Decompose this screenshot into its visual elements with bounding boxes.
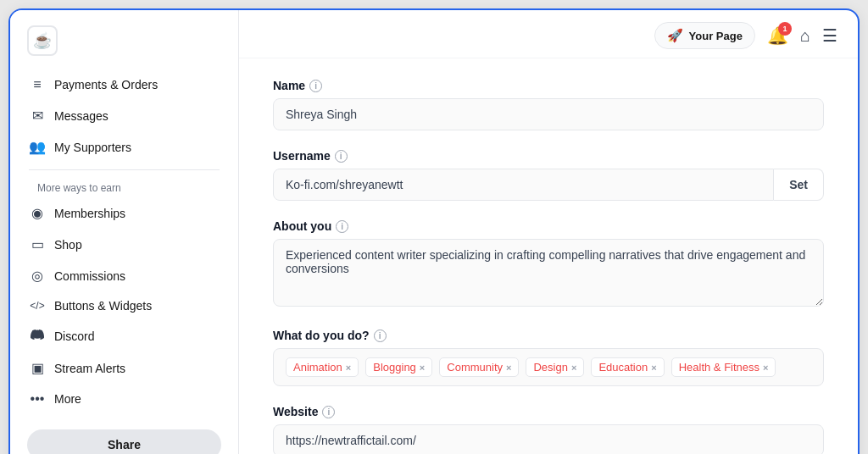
sidebar-nav: ≡ Payments & Orders ✉ Messages 👥 My Supp…: [10, 69, 238, 414]
tag-blogging[interactable]: Blogging×: [365, 357, 432, 377]
about-field-group: About you i Experienced content writer s…: [273, 219, 824, 310]
about-info-icon[interactable]: i: [336, 220, 348, 233]
commissions-icon: ◎: [29, 268, 46, 284]
tag-remove-design[interactable]: ×: [571, 363, 576, 373]
sidebar-item-label: Commissions: [54, 269, 125, 283]
sidebar-item-buttons[interactable]: </> Buttons & Widgets: [19, 291, 230, 320]
sidebar-item-label: Shop: [54, 238, 82, 252]
sidebar-item-label: Messages: [54, 109, 108, 123]
name-info-icon[interactable]: i: [309, 80, 322, 92]
sidebar-item-label: More: [54, 392, 81, 406]
sidebar-item-messages[interactable]: ✉ Messages: [19, 100, 230, 131]
main-content: 🚀 Your Page 🔔 1 ⌂ ☰ Name i: [239, 10, 858, 454]
tag-label: Blogging: [373, 361, 416, 374]
about-textarea[interactable]: Experienced content writer specializing …: [273, 239, 824, 307]
topbar: 🚀 Your Page 🔔 1 ⌂ ☰: [239, 10, 858, 58]
buttons-icon: </>: [29, 300, 46, 312]
sidebar-item-stream[interactable]: ▣ Stream Alerts: [19, 352, 230, 384]
website-field-group: Website i: [273, 405, 824, 454]
tag-label: Community: [447, 361, 503, 374]
sidebar-item-payments[interactable]: ≡ Payments & Orders: [19, 69, 230, 100]
share-button[interactable]: Share: [27, 429, 221, 454]
tags-container: Animation×Blogging×Community×Design×Educ…: [273, 348, 824, 386]
website-info-icon[interactable]: i: [322, 406, 335, 418]
sidebar-item-memberships[interactable]: ◉ Memberships: [19, 197, 230, 229]
sidebar-item-more[interactable]: ••• More: [19, 384, 230, 414]
tag-community[interactable]: Community×: [439, 357, 519, 377]
sidebar: ☕ ≡ Payments & Orders ✉ Messages 👥 My Su…: [10, 10, 239, 454]
sidebar-item-label: Memberships: [54, 207, 125, 220]
memberships-icon: ◉: [29, 205, 46, 221]
tag-remove-health[interactable]: ×: [763, 363, 768, 373]
logo-icon: ☕: [27, 25, 58, 56]
rocket-icon: 🚀: [667, 28, 683, 43]
tag-label: Health & Fitness: [679, 361, 760, 374]
username-wrapper: Set: [273, 169, 824, 201]
home-icon[interactable]: ⌂: [800, 26, 810, 46]
sidebar-item-label: Payments & Orders: [54, 78, 158, 91]
more-ways-label: More ways to earn: [19, 177, 230, 197]
notifications-icon[interactable]: 🔔 1: [767, 25, 788, 46]
tag-design[interactable]: Design×: [526, 357, 584, 377]
about-label: About you i: [273, 219, 824, 233]
username-input[interactable]: [273, 169, 774, 201]
what-info-icon[interactable]: i: [374, 329, 387, 342]
what-field-group: What do you do? i Animation×Blogging×Com…: [273, 329, 824, 386]
website-input[interactable]: [273, 424, 824, 454]
sidebar-item-shop[interactable]: ▭ Shop: [19, 229, 230, 260]
sidebar-item-label: Stream Alerts: [54, 362, 125, 375]
name-input[interactable]: [273, 98, 824, 130]
more-icon: •••: [29, 391, 46, 407]
tag-label: Animation: [293, 361, 342, 374]
tag-education[interactable]: Education×: [591, 357, 664, 377]
tag-label: Education: [598, 361, 648, 374]
form-content: Name i Username i Set About you: [239, 58, 858, 454]
sidebar-item-commissions[interactable]: ◎ Commissions: [19, 260, 230, 291]
tag-health[interactable]: Health & Fitness×: [671, 357, 776, 377]
name-label: Name i: [273, 79, 824, 92]
your-page-button[interactable]: 🚀 Your Page: [654, 22, 755, 49]
messages-icon: ✉: [29, 108, 46, 124]
tag-remove-education[interactable]: ×: [651, 363, 656, 373]
supporters-icon: 👥: [29, 139, 46, 155]
sidebar-logo: ☕: [10, 25, 238, 69]
set-username-button[interactable]: Set: [774, 169, 824, 201]
name-field-group: Name i: [273, 79, 824, 130]
shop-icon: ▭: [29, 236, 46, 252]
tag-remove-community[interactable]: ×: [506, 363, 511, 373]
sidebar-item-discord[interactable]: Discord: [19, 320, 230, 352]
discord-icon: [29, 328, 46, 345]
username-info-icon[interactable]: i: [335, 150, 348, 163]
sidebar-item-supporters[interactable]: 👥 My Supporters: [19, 131, 230, 163]
username-field-group: Username i Set: [273, 149, 824, 201]
what-label: What do you do? i: [273, 329, 824, 342]
sidebar-item-label: Buttons & Widgets: [54, 299, 152, 313]
tag-remove-animation[interactable]: ×: [346, 363, 351, 373]
tag-animation[interactable]: Animation×: [286, 357, 359, 377]
tag-remove-blogging[interactable]: ×: [420, 363, 425, 373]
notif-badge: 1: [778, 22, 792, 36]
username-label: Username i: [273, 149, 824, 163]
payments-icon: ≡: [29, 77, 46, 92]
sidebar-item-label: My Supporters: [54, 141, 131, 154]
menu-icon[interactable]: ☰: [822, 25, 837, 46]
sidebar-divider: [29, 169, 220, 170]
stream-icon: ▣: [29, 360, 46, 376]
sidebar-item-label: Discord: [54, 329, 94, 343]
tag-label: Design: [533, 361, 567, 374]
website-label: Website i: [273, 405, 824, 418]
